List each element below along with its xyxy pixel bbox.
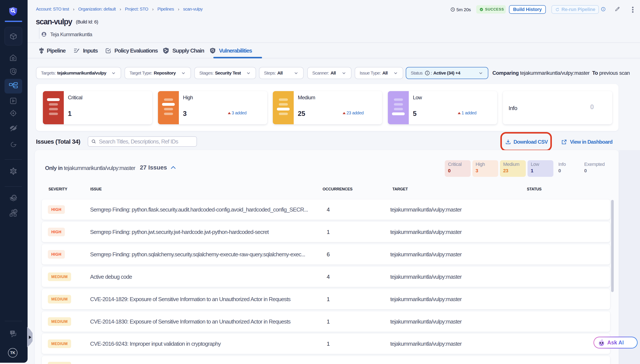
svg-text:?: ?: [12, 331, 13, 334]
